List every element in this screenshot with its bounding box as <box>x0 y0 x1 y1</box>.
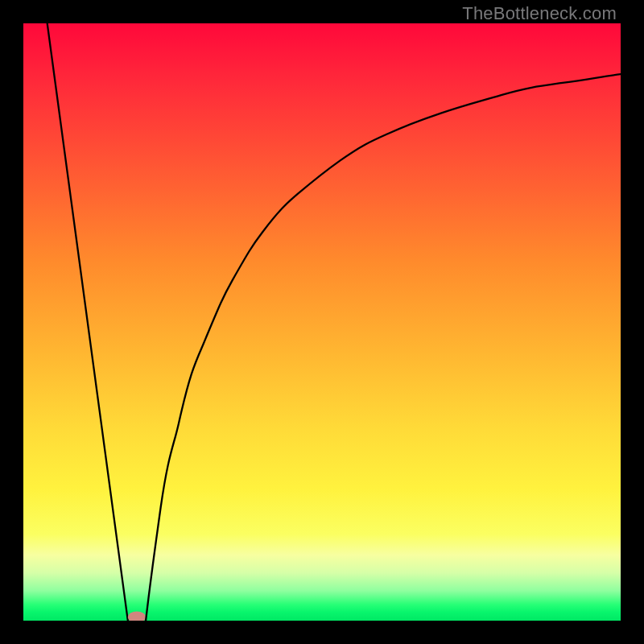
plot-area <box>23 23 621 621</box>
right-asymptote-curve <box>146 74 621 621</box>
bottleneck-curve <box>23 23 621 621</box>
trough-marker <box>128 611 146 621</box>
watermark-text: TheBottleneck.com <box>462 3 617 24</box>
chart-frame: TheBottleneck.com <box>0 0 644 644</box>
left-slope-line <box>47 23 128 621</box>
